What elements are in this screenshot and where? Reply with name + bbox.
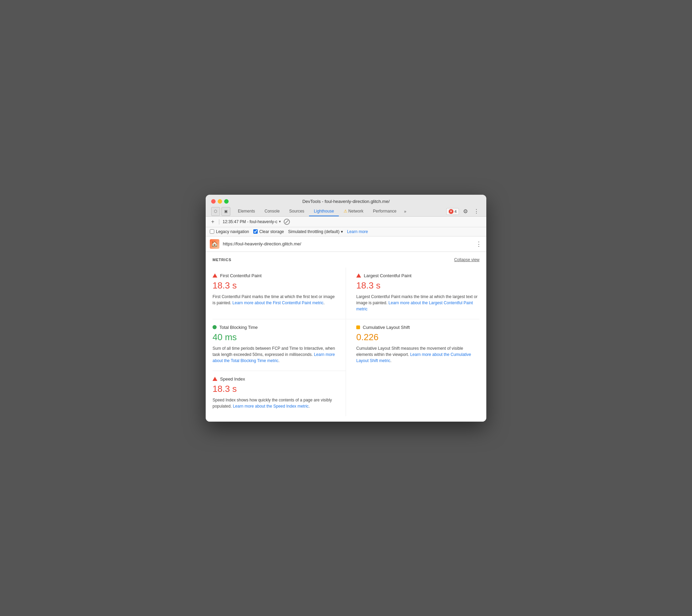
fcp-status-icon	[213, 273, 217, 278]
url-dropdown[interactable]: ▾	[279, 219, 281, 224]
options-row: Legacy navigation Clear storage Simulate…	[206, 227, 486, 236]
window-controls	[211, 199, 229, 204]
error-icon: ✕	[449, 209, 453, 214]
url-bar-more-button[interactable]: ⋮	[476, 240, 482, 248]
tab-lighthouse[interactable]: Lighthouse	[309, 207, 339, 216]
cls-link[interactable]: Learn more about the Cumulative Layout S…	[356, 352, 471, 363]
close-button[interactable]	[211, 199, 216, 204]
metrics-label: METRICS	[213, 258, 231, 262]
cls-desc: Cumulative Layout Shift measures the mov…	[356, 345, 479, 364]
lighthouse-logo-icon: 🏠	[210, 239, 219, 249]
fcp-title-row: First Contentful Paint	[213, 273, 335, 278]
metric-tbt: Total Blocking Time 40 ms Sum of all tim…	[213, 319, 346, 371]
toolbar-row: + | 12:35:47 PM - foul-heavenly-c ▾	[206, 217, 486, 227]
metric-cls: Cumulative Layout Shift 0.226 Cumulative…	[346, 319, 479, 371]
lcp-desc: Largest Contentful Paint marks the time …	[356, 294, 479, 312]
fcp-name: First Contentful Paint	[220, 273, 261, 278]
lcp-value: 18.3 s	[356, 280, 479, 291]
tbt-desc: Sum of all time periods between FCP and …	[213, 345, 335, 364]
cls-status-icon	[356, 325, 360, 329]
url-display: 12:35:47 PM - foul-heavenly-c ▾	[223, 219, 281, 224]
tbt-value: 40 ms	[213, 332, 335, 343]
maximize-button[interactable]	[224, 199, 229, 204]
si-link[interactable]: Learn more about the Speed Index metric	[233, 404, 308, 409]
si-name: Speed Index	[220, 376, 245, 382]
main-content: METRICS Collapse view First Contentful P…	[206, 252, 486, 422]
si-desc: Speed Index shows how quickly the conten…	[213, 397, 335, 409]
tbt-status-icon	[213, 325, 217, 329]
cls-title-row: Cumulative Layout Shift	[356, 325, 479, 330]
legacy-nav-input[interactable]	[210, 229, 214, 234]
device-icon-btn[interactable]: ▣	[221, 207, 230, 216]
lcp-name: Largest Contentful Paint	[364, 273, 411, 278]
metric-si: Speed Index 18.3 s Speed Index shows how…	[213, 371, 346, 416]
title-bar: DevTools - foul-heavenly-direction.glitc…	[206, 195, 486, 217]
tab-console[interactable]: Console	[260, 207, 284, 216]
minimize-button[interactable]	[218, 199, 222, 204]
tabs-row: ⬡ ▣ Elements Console Sources Lighthouse …	[211, 207, 481, 216]
error-badge[interactable]: ✕ 4	[446, 208, 459, 215]
network-warning-icon: ⚠	[344, 209, 347, 214]
metric-lcp: Largest Contentful Paint 18.3 s Largest …	[346, 268, 479, 319]
page-url: https://foul-heavenly-direction.glitch.m…	[223, 241, 472, 246]
fcp-link[interactable]: Learn more about the First Contentful Pa…	[232, 300, 323, 305]
devtools-window: DevTools - foul-heavenly-direction.glitc…	[206, 195, 486, 422]
fcp-desc: First Contentful Paint marks the time at…	[213, 294, 335, 306]
metric-fcp: First Contentful Paint 18.3 s First Cont…	[213, 268, 346, 319]
url-bar-row: 🏠 https://foul-heavenly-direction.glitch…	[206, 236, 486, 252]
tab-elements[interactable]: Elements	[233, 207, 260, 216]
tab-right-icons: ✕ 4 ⚙ ⋮	[446, 207, 481, 216]
tbt-name: Total Blocking Time	[219, 325, 258, 330]
collapse-view-button[interactable]: Collapse view	[454, 257, 479, 262]
tbt-link[interactable]: Learn more about the Total Blocking Time…	[213, 352, 335, 363]
throttling-select[interactable]: Simulated throttling (default) ▾	[288, 229, 343, 234]
metrics-header: METRICS Collapse view	[213, 257, 479, 262]
lcp-title-row: Largest Contentful Paint	[356, 273, 479, 278]
cls-value: 0.226	[356, 332, 479, 343]
add-tab-button[interactable]: +	[210, 219, 216, 225]
tbt-title-row: Total Blocking Time	[213, 325, 335, 330]
lcp-link[interactable]: Learn more about the Largest Contentful …	[356, 300, 473, 311]
fcp-value: 18.3 s	[213, 280, 335, 291]
block-icon	[284, 219, 290, 225]
tab-more[interactable]: »	[401, 207, 409, 216]
si-status-icon	[213, 377, 217, 381]
lcp-status-icon	[356, 273, 361, 278]
clear-storage-input[interactable]	[253, 229, 258, 234]
settings-button[interactable]: ⚙	[461, 207, 470, 216]
cls-name: Cumulative Layout Shift	[363, 325, 410, 330]
more-options-button[interactable]: ⋮	[472, 207, 481, 216]
cursor-icon-btn[interactable]: ⬡	[211, 207, 220, 216]
clear-storage-checkbox[interactable]: Clear storage	[253, 229, 284, 234]
si-title-row: Speed Index	[213, 376, 335, 382]
metrics-grid: First Contentful Paint 18.3 s First Cont…	[213, 268, 479, 416]
tab-icons: ⬡ ▣	[211, 207, 230, 216]
learn-more-link[interactable]: Learn more	[347, 229, 368, 234]
si-value: 18.3 s	[213, 384, 335, 394]
legacy-nav-checkbox[interactable]: Legacy navigation	[210, 229, 249, 234]
tab-performance[interactable]: Performance	[368, 207, 401, 216]
tab-sources[interactable]: Sources	[284, 207, 309, 216]
tab-network[interactable]: ⚠Network	[339, 207, 368, 216]
window-title: DevTools - foul-heavenly-direction.glitc…	[302, 199, 389, 204]
